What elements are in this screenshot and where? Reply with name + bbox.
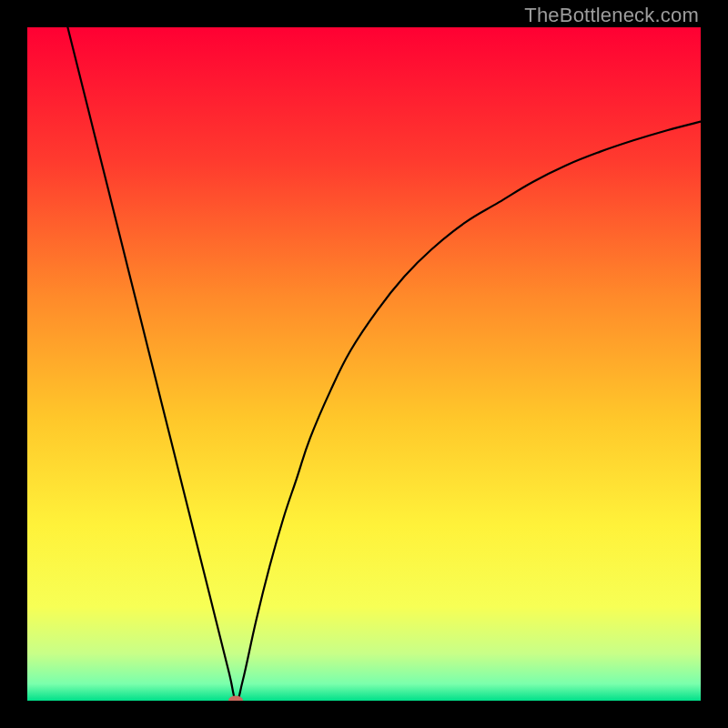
- optimum-marker: [228, 696, 243, 702]
- watermark-text: TheBottleneck.com: [524, 4, 699, 27]
- curve-layer: [27, 27, 701, 701]
- chart-frame: TheBottleneck.com: [0, 0, 728, 728]
- plot-area: [27, 27, 701, 701]
- bottleneck-curve: [67, 27, 701, 701]
